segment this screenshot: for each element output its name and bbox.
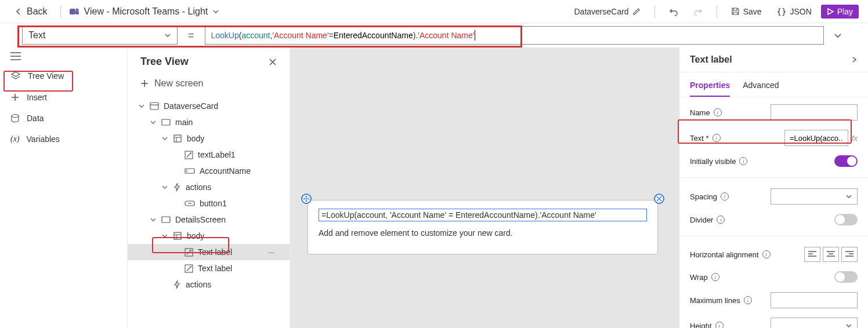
- rail-insert[interactable]: Insert: [0, 87, 127, 108]
- info-icon[interactable]: i: [744, 296, 752, 304]
- close-icon[interactable]: [269, 58, 277, 66]
- prop-label-height: Heighti: [690, 322, 724, 329]
- property-selector[interactable]: Text: [22, 26, 178, 45]
- align-left-button[interactable]: [804, 247, 820, 262]
- height-select[interactable]: [771, 318, 858, 328]
- variable-icon: (x): [10, 134, 20, 144]
- card-name-button[interactable]: DataverseCard: [568, 5, 646, 19]
- chevron-down-icon[interactable]: [150, 119, 157, 125]
- top-bar: Back View - Microsoft Teams - Light Data…: [0, 0, 868, 23]
- chevron-down-icon[interactable]: [150, 217, 157, 223]
- separator: [717, 5, 717, 18]
- tree-node[interactable]: DetailsScreen: [128, 212, 290, 228]
- spacing-select[interactable]: [771, 188, 858, 205]
- tab-advanced[interactable]: Advanced: [743, 77, 779, 97]
- fx-icon[interactable]: fx: [848, 134, 858, 143]
- info-icon[interactable]: i: [762, 250, 771, 258]
- chevron-down-icon[interactable]: [161, 136, 168, 141]
- tree-node[interactable]: actions: [128, 276, 290, 293]
- card-preview[interactable]: =LookUp(account, 'Account Name' = Entere…: [308, 200, 658, 254]
- info-icon[interactable]: i: [721, 192, 729, 201]
- prop-row-name: Namei: [690, 104, 858, 121]
- save-button[interactable]: Save: [725, 5, 768, 19]
- undo-button[interactable]: [663, 5, 684, 19]
- text-input[interactable]: [784, 130, 848, 146]
- svg-rect-4: [150, 103, 158, 110]
- tree-node-label: textLabel1: [198, 150, 236, 159]
- json-button[interactable]: {} JSON: [771, 5, 818, 19]
- prop-label-text: Text *i: [690, 134, 721, 143]
- chevron-down-icon[interactable]: [161, 233, 168, 239]
- separator: [654, 5, 655, 18]
- more-icon[interactable]: ···: [267, 247, 274, 257]
- visible-toggle[interactable]: [834, 155, 858, 167]
- plus-icon: [10, 93, 20, 102]
- tree-node[interactable]: actions: [128, 179, 290, 195]
- action-icon: [173, 183, 181, 192]
- text-caret: [475, 30, 475, 41]
- tree-node[interactable]: DataverseCard: [128, 98, 290, 114]
- formula-input[interactable]: LookUp(account, 'Account Name' = Entered…: [205, 26, 824, 45]
- tree-list: DataverseCardmainbodytextLabel1AccountNa…: [128, 93, 290, 293]
- tree-node[interactable]: Text label: [128, 260, 290, 276]
- tree-node[interactable]: button1: [128, 195, 290, 212]
- info-icon[interactable]: i: [717, 216, 725, 224]
- tree-node[interactable]: main: [128, 114, 290, 130]
- tree-node-label: DataverseCard: [164, 101, 218, 111]
- align-right-button[interactable]: [841, 247, 858, 262]
- formula-expand-button[interactable]: [830, 31, 846, 40]
- tree-title: Tree View: [140, 56, 189, 68]
- canvas-area[interactable]: =LookUp(account, 'Account Name' = Entere…: [290, 48, 679, 328]
- chevron-right-icon[interactable]: [851, 56, 858, 63]
- prop-label-halign: Horizontal alignmenti: [690, 250, 771, 259]
- divider-toggle[interactable]: [834, 214, 858, 225]
- tree-node[interactable]: AccountName: [128, 163, 290, 179]
- view-theme-selector[interactable]: View - Microsoft Teams - Light: [69, 6, 220, 17]
- rail-variables[interactable]: (x) Variables: [0, 129, 127, 150]
- rail-tree-view[interactable]: Tree View: [0, 65, 127, 87]
- tree-node-label: actions: [186, 183, 211, 192]
- info-icon[interactable]: i: [714, 108, 722, 116]
- svg-point-3: [12, 115, 19, 118]
- prop-label-visible: Initially visiblei: [690, 157, 747, 166]
- prop-row-text: Text *i fx: [690, 130, 858, 146]
- maxlines-input[interactable]: [771, 292, 858, 308]
- save-label: Save: [743, 7, 762, 16]
- card-name: DataverseCard: [574, 7, 628, 16]
- token-identifier: EnteredAccountName: [334, 31, 413, 40]
- play-button[interactable]: Play: [821, 5, 859, 19]
- properties-header: Text label: [679, 48, 868, 72]
- tree-node[interactable]: textLabel1: [128, 147, 290, 163]
- hamburger-button[interactable]: [0, 48, 127, 65]
- tree-node[interactable]: Text label···: [128, 244, 290, 260]
- back-button[interactable]: Back: [9, 4, 52, 19]
- new-screen-button[interactable]: New screen: [128, 74, 290, 93]
- separator: [679, 177, 868, 178]
- chevron-down-icon: [212, 8, 219, 15]
- tree-node[interactable]: body: [128, 130, 290, 147]
- name-input[interactable]: [771, 104, 858, 121]
- play-icon: [827, 8, 834, 15]
- properties-body: Namei Text *i fx Initially visiblei Spac…: [679, 97, 868, 328]
- tree-node-label: DetailsScreen: [175, 215, 226, 224]
- back-arrow-icon: [14, 7, 23, 16]
- info-icon[interactable]: i: [713, 134, 721, 142]
- delete-handle-icon[interactable]: [654, 194, 664, 204]
- svg-point-1: [75, 8, 78, 11]
- property-name: Text: [28, 30, 45, 41]
- info-icon[interactable]: i: [711, 273, 719, 281]
- info-icon[interactable]: i: [739, 157, 747, 165]
- tree-node-label: body: [187, 231, 204, 240]
- body-icon: [173, 232, 182, 240]
- tree-node[interactable]: body: [128, 228, 290, 244]
- info-icon[interactable]: i: [715, 322, 724, 328]
- selected-label-formula[interactable]: =LookUp(account, 'Account Name' = Entere…: [319, 209, 647, 221]
- rail-data[interactable]: Data: [0, 108, 127, 129]
- wrap-toggle[interactable]: [834, 271, 858, 283]
- tab-properties[interactable]: Properties: [690, 77, 730, 97]
- chevron-down-icon[interactable]: [161, 184, 168, 190]
- chevron-down-icon[interactable]: [138, 103, 145, 109]
- redo-button[interactable]: [688, 5, 708, 19]
- align-center-button[interactable]: [823, 247, 839, 262]
- move-handle-icon[interactable]: [301, 194, 312, 204]
